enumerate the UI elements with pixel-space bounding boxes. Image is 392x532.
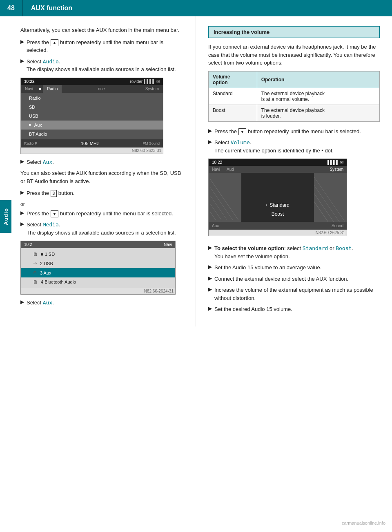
header-bar: 48 AUX function <box>0 0 392 16</box>
bullet-icon6: ▶ <box>20 221 24 227</box>
screen-menu-radio: Radio <box>21 94 163 103</box>
step-press-up-text: Press the ▲ button repeatedly until the … <box>27 38 183 54</box>
bullet-icon5: ▶ <box>20 210 24 216</box>
vol-option-boost: Boost <box>265 210 291 219</box>
vol-option-standard: • Standard <box>259 201 296 210</box>
screen2-item-usb: ⇒ 2 USB <box>21 259 175 268</box>
step-select-media: ▶ Select Media. The display shows all av… <box>20 221 183 237</box>
bullet-icon-r2: ▶ <box>208 139 212 145</box>
screen-caption-1: N82.60-2623-31 <box>21 148 163 154</box>
bold-step-text: To select the volume option: select Stan… <box>214 244 353 260</box>
bullet-icon-r3: ▶ <box>208 245 212 250</box>
screen3-left-deco <box>210 175 241 220</box>
bullet-icon-r4: ▶ <box>208 264 212 270</box>
screen3-signal: ▌▌▌▌ ✉ <box>327 160 343 165</box>
step-increase-volume: ▶ Increase the volume of the external eq… <box>208 286 380 302</box>
table-row-standard: Standard The external device playbackis … <box>209 88 380 105</box>
screen-top-bar-1: 10:22 rovider ▌▌▌▌ ✉ <box>21 78 163 85</box>
screen3-bottom-aux: Aux <box>212 224 219 228</box>
step-desired-text: Set the desired Audio 15 volume. <box>214 305 292 313</box>
step-set-audio-volume: ▶ Set the Audio 15 volume to an average … <box>208 264 380 272</box>
step-connect-text: Connect the external device and select t… <box>214 275 348 283</box>
bullet-icon4: ▶ <box>20 190 24 195</box>
screen-bottom-right-1: FM Sound <box>143 141 160 145</box>
screen3-nav: Navi Aud System <box>209 166 347 173</box>
page-title: AUX function <box>23 4 72 12</box>
screen2-nav: Navi <box>164 242 172 247</box>
step-press-3: ▶ Press the 3 button. <box>20 189 183 197</box>
step-select-aux-final: ▶ Select Aux. <box>20 299 183 307</box>
screen-nav-navi: Navi <box>21 85 37 93</box>
sd-label: ■ 1 SD <box>41 252 55 257</box>
step-select-media-text: Select Media. The display shows all avai… <box>27 221 176 237</box>
screen-menu-usb: USB <box>21 112 163 121</box>
table-header-option: Volumeoption <box>209 71 257 88</box>
step-select-audio: ▶ Select Audio. The display shows all av… <box>20 58 183 74</box>
screen-menu-sd: SD <box>21 103 163 112</box>
or-text: or <box>20 201 183 208</box>
screen-nav-radio: Radio <box>43 85 62 93</box>
table-cell-boost-op: The external device playbackis louder. <box>257 105 379 121</box>
bt-icon: 🖹 <box>33 279 38 284</box>
volume-box-header: Increasing the volume <box>208 26 380 38</box>
screen-menu-list-1: Radio SD USB ■Aux BT Audio <box>21 93 163 139</box>
screen3-bottom: Aux Sound <box>209 222 347 230</box>
screen-nav-dot: ■ <box>37 85 43 93</box>
screen-menu-btaudio: BT Audio <box>21 130 163 139</box>
screen2-item-bt: 🖹 4 Bluetooth Audio <box>21 277 175 286</box>
bullet-icon3: ▶ <box>20 159 24 164</box>
screen-caption-3: N82.60-2625-31 <box>209 230 347 236</box>
screen2-body: 🖹 ■ 1 SD ⇒ 2 USB ⊛ 3 Aux 🖹 4 Bluetooth A… <box>21 248 175 288</box>
screen-caption-2: N82.60-2624-31 <box>21 288 175 294</box>
step-press-down-right-text: Press the ▼ button repeatedly until the … <box>214 127 361 136</box>
spacer <box>208 240 380 244</box>
right-column: Increasing the volume If you connect an … <box>196 16 392 326</box>
step-press-up-arrow: ▶ Press the ▲ button repeatedly until th… <box>20 38 183 54</box>
screen3-nav-aud: Aud <box>223 166 237 173</box>
screen3-body: • Standard Boost <box>209 173 347 222</box>
para-also: You can also select the AUX function acc… <box>20 169 183 185</box>
screen3-bottom-sound: Sound <box>332 224 343 228</box>
step-press-3-text: Press the 3 button. <box>27 189 74 197</box>
screen-mockup-3: 10:22 ▌▌▌▌ ✉ Navi Aud System <box>208 159 347 236</box>
left-column: Alternatively, you can select the AUX fu… <box>0 16 196 326</box>
screen-mockup-1: 10:22 rovider ▌▌▌▌ ✉ Navi ■ Radio one Sy… <box>20 78 163 154</box>
screen-mockup-2: 10:2 Navi 🖹 ■ 1 SD ⇒ 2 USB ⊛ 3 Aux 🖹 <box>20 241 176 295</box>
bullet-icon2: ▶ <box>20 58 24 64</box>
aux-icon: ⊛ <box>33 270 37 275</box>
screen3-right-deco <box>314 173 345 222</box>
screen-nav-1: Navi ■ Radio one System <box>21 85 163 93</box>
svg-line-2 <box>210 196 241 220</box>
screen-freq-1: 105 MHz <box>81 141 99 146</box>
screen-provider-1: rovider ▌▌▌▌ ✉ <box>130 79 160 84</box>
svg-line-8 <box>314 201 345 222</box>
step-set-audio-text: Set the Audio 15 volume to an average va… <box>214 264 321 272</box>
svg-line-1 <box>210 188 241 220</box>
step-increase-text: Increase the volume of the external equi… <box>214 286 380 302</box>
table-row-boost: Boost The external device playbackis lou… <box>209 105 380 121</box>
screen-nav-one: one <box>62 85 141 93</box>
svg-line-6 <box>314 185 345 222</box>
intro-text: Alternatively, you can select the AUX fu… <box>20 26 183 34</box>
screen-menu-aux: ■Aux <box>21 121 163 130</box>
volume-table: Volumeoption Operation Standard The exte… <box>208 71 380 122</box>
screen2-item-aux: ⊛ 3 Aux <box>21 268 175 277</box>
volume-intro: If you connect an external device via it… <box>208 43 380 67</box>
bullet-icon7: ▶ <box>20 299 24 305</box>
table-cell-standard-op: The external device playbackis at a norm… <box>257 88 379 105</box>
screen3-top: 10:22 ▌▌▌▌ ✉ <box>209 159 347 166</box>
svg-line-4 <box>210 212 241 220</box>
screen3-left <box>209 173 241 222</box>
screen3-nav-navi: Navi <box>209 166 223 173</box>
select-aux-final-text: Select Aux. <box>27 299 54 307</box>
bullet-icon: ▶ <box>20 39 24 45</box>
screen3-center: • Standard Boost <box>241 173 314 222</box>
vol-dot: • <box>266 203 267 207</box>
page-number: 48 <box>0 0 23 16</box>
svg-line-5 <box>314 177 345 222</box>
screen3-nav-system: System <box>327 166 347 173</box>
watermark: carmanualsonline.info <box>342 521 385 525</box>
step-press-down-text: Press the ▼ button repeatedly until the … <box>27 210 173 218</box>
step-select-aux: ▶ Select Aux. <box>20 158 183 166</box>
step-select-volume: ▶ Select Volume. The current volume opti… <box>208 139 380 154</box>
